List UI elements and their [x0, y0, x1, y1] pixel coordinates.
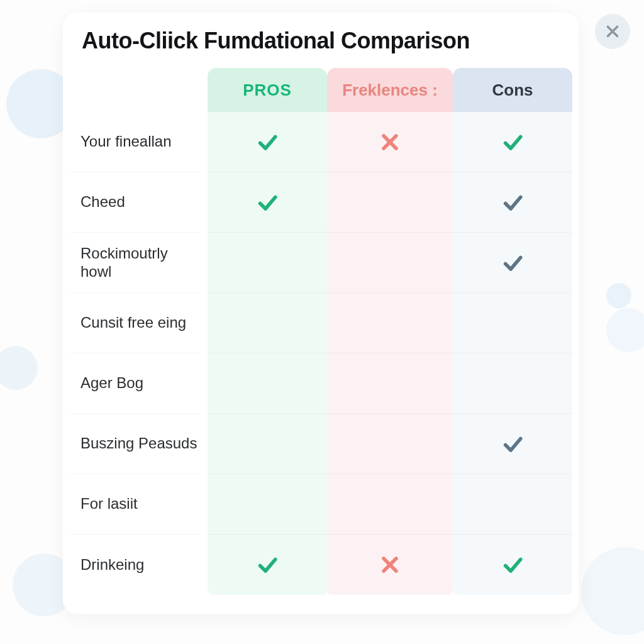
cell-pros	[208, 112, 327, 172]
column-header-frek: Freklences :	[327, 68, 453, 112]
column-header-cons: Cons	[453, 68, 572, 112]
cell-frek	[327, 112, 453, 172]
cross-icon	[379, 131, 401, 153]
cell-pros	[208, 233, 327, 293]
row-label: Your fineallan	[69, 112, 201, 172]
check-icon	[502, 554, 523, 575]
comparison-card: Auto-Cliick Fumdational Comparison PROS …	[63, 13, 579, 614]
cell-frek	[327, 535, 453, 595]
cell-frek	[327, 172, 453, 233]
header-spacer	[69, 68, 208, 112]
cell-frek	[327, 293, 453, 353]
cell-pros	[208, 293, 327, 353]
page-title: Auto-Cliick Fumdational Comparison	[63, 24, 579, 68]
check-icon	[257, 554, 278, 575]
cross-icon	[379, 554, 401, 575]
cell-pros	[208, 353, 327, 414]
cell-cons	[453, 112, 572, 172]
cell-cons	[453, 293, 572, 353]
cell-cons	[453, 535, 572, 595]
cell-frek	[327, 414, 453, 474]
cell-pros	[208, 414, 327, 474]
cell-pros	[208, 474, 327, 535]
cell-frek	[327, 233, 453, 293]
check-icon	[257, 192, 278, 213]
row-label: Drinkeing	[69, 535, 201, 595]
column-header-pros: PROS	[208, 68, 327, 112]
comparison-table: PROS Freklences : Cons Your fineallanChe…	[69, 68, 579, 595]
cell-cons	[453, 172, 572, 233]
check-icon	[502, 131, 523, 153]
check-icon	[502, 252, 523, 274]
row-label: Buszing Peasuds	[69, 414, 201, 474]
check-icon	[257, 131, 278, 153]
cell-frek	[327, 353, 453, 414]
close-button[interactable]	[595, 14, 630, 49]
cell-pros	[208, 172, 327, 233]
row-label: Ager Bog	[69, 353, 201, 414]
close-icon	[604, 23, 621, 40]
row-label: Rockimoutrly howl	[69, 233, 201, 293]
check-icon	[502, 433, 523, 455]
check-icon	[502, 192, 523, 213]
cell-pros	[208, 535, 327, 595]
cell-cons	[453, 474, 572, 535]
cell-cons	[453, 233, 572, 293]
row-label: Cheed	[69, 172, 201, 233]
cell-cons	[453, 353, 572, 414]
row-label: For lasiit	[69, 474, 201, 535]
cell-cons	[453, 414, 572, 474]
cell-frek	[327, 474, 453, 535]
row-label: Cunsit free eing	[69, 293, 201, 353]
